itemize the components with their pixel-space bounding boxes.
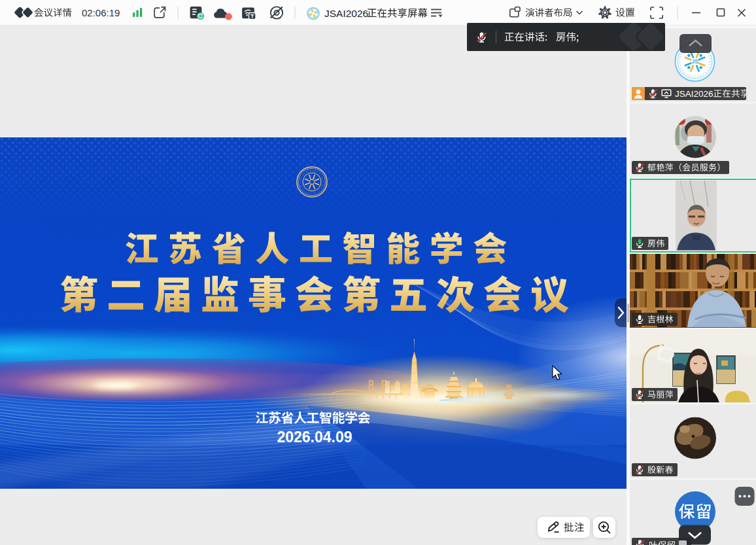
svg-text:JSAI2026: JSAI2026 <box>324 8 368 19</box>
svg-text:JS: JS <box>691 58 698 65</box>
svg-text:JSAI2026: JSAI2026 <box>675 88 713 98</box>
svg-text:02:06:19: 02:06:19 <box>82 7 120 18</box>
svg-text:2026.04.09: 2026.04.09 <box>277 429 352 446</box>
